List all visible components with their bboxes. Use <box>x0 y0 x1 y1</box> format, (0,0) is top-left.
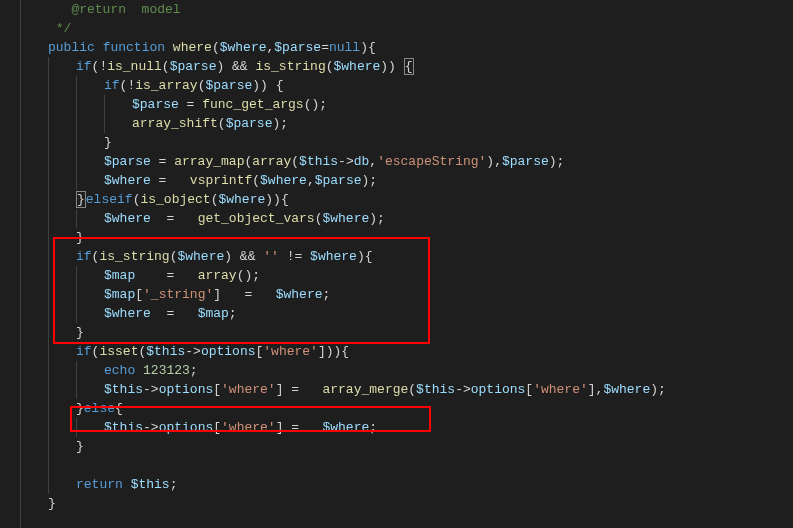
var: $parse <box>226 116 273 131</box>
var: $where <box>260 173 307 188</box>
var: $parse <box>315 173 362 188</box>
brace: } <box>76 325 84 340</box>
code-line: $where = vsprintf($where,$parse); <box>20 171 793 190</box>
code-line: } <box>20 228 793 247</box>
keyword-if: if <box>76 344 92 359</box>
var: $map <box>104 268 135 283</box>
code-line: if(isset($this->options['where'])){ <box>20 342 793 361</box>
code-line: } <box>20 323 793 342</box>
brace: } <box>76 230 84 245</box>
var: $where <box>177 249 224 264</box>
fn-call: array_map <box>174 154 244 169</box>
keyword-echo: echo <box>104 363 135 378</box>
prop: options <box>471 382 526 397</box>
prop: db <box>354 154 370 169</box>
prop: options <box>201 344 256 359</box>
code-line: $this->options['where'] = array_merge($t… <box>20 380 793 399</box>
fn-call: vsprintf <box>190 173 252 188</box>
keyword-else: else <box>84 401 115 416</box>
var: $where <box>276 287 323 302</box>
var: $where <box>322 420 369 435</box>
var-this: $this <box>131 477 170 492</box>
keyword-public: public <box>48 40 95 55</box>
brace: } <box>76 439 84 454</box>
fn-call: is_array <box>135 78 197 93</box>
string: 'where' <box>221 382 276 397</box>
var: $parse <box>274 40 321 55</box>
string: 'where' <box>533 382 588 397</box>
code-line: } <box>20 494 793 513</box>
var: $where <box>322 211 369 226</box>
var-this: $this <box>146 344 185 359</box>
fn-call: isset <box>99 344 138 359</box>
code-line: $parse = array_map(array($this->db,'esca… <box>20 152 793 171</box>
var: $parse <box>205 78 252 93</box>
code-line: return $this; <box>20 475 793 494</box>
var-this: $this <box>104 382 143 397</box>
code-line: $where = $map; <box>20 304 793 323</box>
fn-name: where <box>173 40 212 55</box>
code-line: if(is_string($where) && '' != $where){ <box>20 247 793 266</box>
code-line: if(!is_array($parse)) { <box>20 76 793 95</box>
fn-call: array_shift <box>132 116 218 131</box>
var: $parse <box>502 154 549 169</box>
fn-call: array <box>198 268 237 283</box>
var: $where <box>104 173 151 188</box>
string: 'escapeString' <box>377 154 486 169</box>
code-line: $parse = func_get_args(); <box>20 95 793 114</box>
fn-call: is_string <box>255 59 325 74</box>
var: $where <box>104 306 151 321</box>
code-line <box>20 456 793 475</box>
brace: } <box>104 135 112 150</box>
var: $where <box>220 40 267 55</box>
prop: options <box>159 420 214 435</box>
var: $map <box>198 306 229 321</box>
code-line: @return model <box>20 0 793 19</box>
var: $map <box>104 287 135 302</box>
code-line: } <box>20 437 793 456</box>
string: 'where' <box>221 420 276 435</box>
number: 123123 <box>143 363 190 378</box>
fn-call: array <box>252 154 291 169</box>
fn-call: is_string <box>99 249 169 264</box>
code-line: }elseif(is_object($where)){ <box>20 190 793 209</box>
var: $parse <box>104 154 151 169</box>
code-line: }else{ <box>20 399 793 418</box>
brace: } <box>48 496 56 511</box>
fn-call: func_get_args <box>202 97 303 112</box>
keyword-if: if <box>76 59 92 74</box>
string: '' <box>263 249 279 264</box>
code-line: $map = array(); <box>20 266 793 285</box>
keyword-elseif: elseif <box>86 192 133 207</box>
var-this: $this <box>416 382 455 397</box>
code-line: } <box>20 133 793 152</box>
var: $where <box>218 192 265 207</box>
const-null: null <box>329 40 360 55</box>
comment: model <box>126 2 181 17</box>
var: $parse <box>170 59 217 74</box>
var: $where <box>334 59 381 74</box>
keyword-return: return <box>76 477 123 492</box>
code-line: array_shift($parse); <box>20 114 793 133</box>
code-editor: @return model */ public function where($… <box>0 0 793 528</box>
fn-call: is_null <box>107 59 162 74</box>
string: 'where' <box>263 344 318 359</box>
var-this: $this <box>299 154 338 169</box>
var-this: $this <box>104 420 143 435</box>
keyword-if: if <box>76 249 92 264</box>
code-line: public function where($where,$parse=null… <box>20 38 793 57</box>
code-line: if(!is_null($parse) && is_string($where)… <box>20 57 793 76</box>
comment: @return <box>48 2 126 17</box>
var: $parse <box>132 97 179 112</box>
code-line: $map['_string'] = $where; <box>20 285 793 304</box>
code-line <box>20 513 793 528</box>
var: $where <box>603 382 650 397</box>
code-line: */ <box>20 19 793 38</box>
comment: */ <box>56 21 72 36</box>
var: $where <box>104 211 151 226</box>
code-line: $where = get_object_vars($where); <box>20 209 793 228</box>
fn-call: get_object_vars <box>198 211 315 226</box>
code-line: echo 123123; <box>20 361 793 380</box>
string: '_string' <box>143 287 213 302</box>
var: $where <box>310 249 357 264</box>
